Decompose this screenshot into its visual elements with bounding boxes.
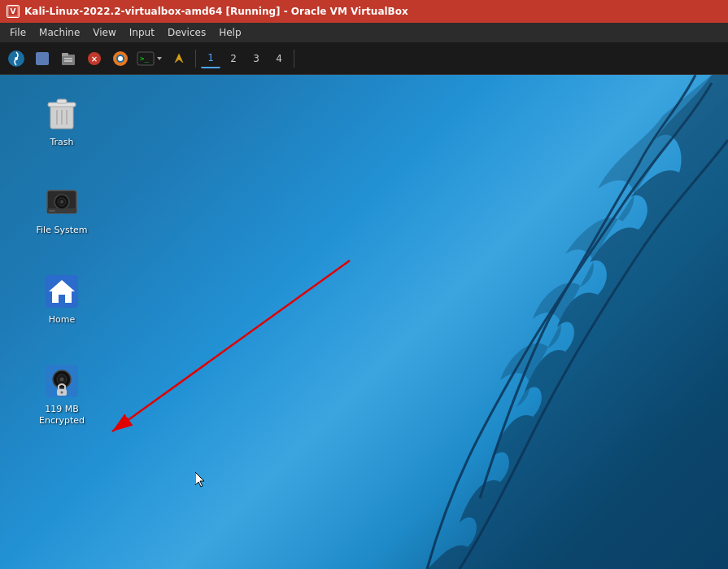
desktop-btn[interactable] [31, 47, 54, 70]
filesystem-icon[interactable]: File System [29, 179, 94, 239]
svg-point-13 [118, 56, 123, 61]
home-label: Home [49, 314, 75, 326]
svg-point-37 [60, 378, 64, 382]
desktop: Trash File System [0, 75, 728, 569]
filesystem-icon-image [42, 182, 81, 221]
svg-text:×: × [91, 55, 98, 63]
workspace-1-btn[interactable]: 1 [201, 49, 220, 68]
trash-label: Trash [50, 137, 73, 148]
virtualbox-icon: V [7, 5, 20, 18]
svg-line-19 [112, 260, 350, 431]
trash-icon[interactable]: Trash [29, 91, 94, 151]
workspace-3-btn[interactable]: 3 [246, 49, 266, 68]
home-icon[interactable]: Home [29, 269, 94, 329]
svg-rect-22 [57, 99, 67, 103]
toolbar-sep-1 [195, 50, 196, 68]
trash-icon-image [42, 94, 81, 133]
menu-machine[interactable]: Machine [33, 23, 86, 42]
app-btn-red[interactable]: × [83, 47, 106, 70]
menu-input[interactable]: Input [123, 23, 161, 42]
svg-point-39 [61, 392, 63, 394]
svg-text:>_: >_ [140, 55, 149, 63]
menu-file[interactable]: File [3, 23, 33, 42]
file-manager-btn[interactable] [57, 47, 80, 70]
title-bar: V Kali-Linux-2022.2-virtualbox-amd64 [Ru… [0, 0, 728, 23]
toolbar: × >_ 1 2 3 4 [0, 42, 728, 75]
menu-help[interactable]: Help [212, 23, 247, 42]
firefox-btn[interactable] [109, 47, 132, 70]
filesystem-label: File System [37, 225, 88, 236]
encrypted-icon[interactable]: 119 MBEncrypted [29, 358, 94, 431]
svg-text:V: V [11, 7, 16, 15]
window-title: Kali-Linux-2022.2-virtualbox-amd64 [Runn… [24, 6, 721, 17]
svg-rect-6 [62, 53, 68, 56]
home-icon-image [42, 272, 81, 311]
svg-point-3 [15, 57, 18, 60]
workspace-4-btn[interactable]: 4 [269, 49, 289, 68]
terminal-btn[interactable]: >_ [135, 47, 164, 70]
mouse-cursor [195, 472, 208, 488]
svg-rect-31 [49, 210, 55, 212]
svg-marker-16 [157, 57, 162, 60]
kali-dragon-btn[interactable] [168, 47, 190, 70]
dragon-silhouette [321, 75, 728, 569]
toolbar-sep-2 [294, 50, 294, 68]
svg-marker-40 [195, 472, 204, 487]
kali-logo-btn[interactable] [5, 47, 28, 70]
svg-rect-4 [36, 52, 49, 65]
svg-point-29 [60, 200, 63, 204]
encrypted-label: 119 MBEncrypted [39, 404, 85, 427]
menu-view[interactable]: View [86, 23, 122, 42]
menu-bar: File Machine View Input Devices Help [0, 23, 728, 42]
menu-devices[interactable]: Devices [161, 23, 212, 42]
workspace-2-btn[interactable]: 2 [224, 49, 243, 68]
encrypted-icon-image [42, 361, 81, 400]
